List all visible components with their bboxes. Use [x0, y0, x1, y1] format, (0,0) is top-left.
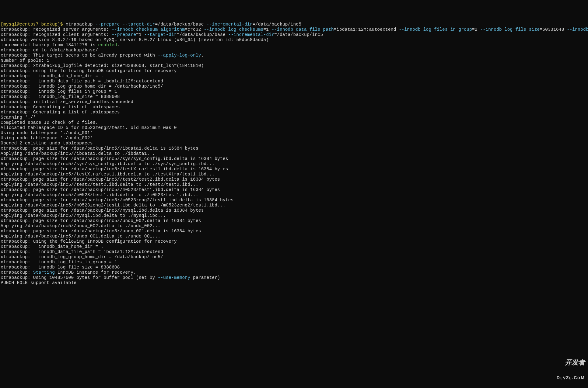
output-line: xtrabackup: Generating a list of tablesp…	[1, 105, 120, 109]
output-line: xtrabackup: This target seems to be alre…	[1, 53, 204, 58]
output-line: Scanning './'	[1, 115, 36, 120]
arg: --innodb_log_checksums	[204, 27, 264, 32]
output-line: xtrabackup: page size for /data/backup/i…	[1, 187, 220, 192]
val: =ibdata1:12M:autoextend	[334, 27, 399, 32]
output-line: xtrabackup: page size for /data/backup/i…	[1, 146, 198, 151]
output-line: xtrabackup: innodb_log_file_size = 83886…	[1, 94, 120, 99]
output-line: xtrabackup: Using 104857600 bytes for bu…	[1, 275, 220, 280]
client-args-line: xtrabackup: recognized client arguments:…	[1, 32, 323, 37]
output-line: Applying /data/backup/inc5//m0523zeng2/t…	[1, 203, 226, 208]
prompt-user-host: [mysql@centos7 backup]$	[1, 22, 66, 27]
watermark-logo: 开发者 DᴇᴠZᴇ.CᴏM	[557, 349, 585, 386]
val: =crc32	[185, 27, 204, 32]
val: =50331648	[540, 27, 567, 32]
output-line: PUNCH HOLE support available	[1, 280, 76, 285]
output-line: xtrabackup: using the following InnoDB c…	[1, 239, 180, 244]
output-line: xtrabackup: page size for /data/backup/i…	[1, 177, 220, 182]
starting-keyword: Starting	[33, 270, 55, 275]
output-line: Applying /data/backup/inc5//undo_001.del…	[1, 234, 160, 239]
output-line: Applying /data/backup/inc5//undo_002.del…	[1, 223, 160, 228]
val: =/data/backup/base	[177, 32, 228, 37]
command-name: xtrabackup	[66, 22, 96, 27]
option-value: =/data/backup/inc5	[253, 22, 301, 27]
output-line: xtrabackup: inititialize_service_handles…	[1, 99, 133, 104]
output-line: xtrabackup: innodb_data_file_path = ibda…	[1, 79, 163, 84]
output-line: Applying /data/backup/inc5//testXtra/tes…	[1, 172, 215, 177]
output-line: Applying /data/backup/inc5//ibdata1.delt…	[1, 151, 155, 156]
output-line: xtrabackup: cd to /data/backup/base/	[1, 48, 98, 53]
watermark-bottom: DᴇᴠZᴇ.CᴏM	[557, 375, 585, 380]
output-line: xtrabackup: innodb_data_home_dir = .	[1, 244, 103, 249]
prompt-line: [mysql@centos7 backup]$ xtrabackup --pre…	[1, 22, 301, 27]
output-line: xtrabackup: innodb_log_files_in_group = …	[1, 89, 117, 94]
output-line: xtrabackup: Starting InnoDB instance for…	[1, 270, 136, 275]
server-args-line: xtrabackup: recognized server arguments:…	[1, 27, 588, 32]
arg: --innodb_data_file_path	[271, 27, 334, 32]
output-line: Applying /data/backup/inc5//sys/sys_conf…	[1, 161, 215, 166]
output-line: xtrabackup: innodb_data_file_path = ibda…	[1, 249, 163, 254]
option-prepare-target: --prepare --target-dir	[96, 22, 155, 27]
arg: --innodb_log_file_size	[480, 27, 540, 32]
arg: --prepare	[112, 32, 136, 37]
arg: --innodb_page_size	[567, 27, 588, 32]
output-line: xtrabackup: page size for /data/backup/i…	[1, 218, 201, 223]
output-line: Applying /data/backup/inc5//m0523/test1.…	[1, 192, 198, 197]
terminal-output[interactable]: [mysql@centos7 backup]$ xtrabackup --pre…	[1, 22, 587, 286]
output-line: xtrabackup: using the following InnoDB c…	[1, 68, 180, 73]
output-line: xtrabackup: page size for /data/backup/i…	[1, 167, 228, 171]
option-value: =/data/backup/base	[155, 22, 206, 27]
arg: --incremental-dir	[228, 32, 274, 37]
option-incremental-dir: --incremental-dir	[207, 22, 253, 27]
output-line: Completed space ID check of 2 files.	[1, 120, 98, 125]
output-line: Using undo tablespace './undo_002'.	[1, 136, 96, 140]
output-line: xtrabackup: page size for /data/backup/i…	[1, 229, 201, 234]
output-line: xtrabackup: xtrabackup_logfile detected:…	[1, 63, 204, 68]
use-memory-option: --use-memory	[158, 275, 190, 280]
output-line: Number of pools: 1	[1, 58, 49, 63]
client-args-prefix: xtrabackup: recognized client arguments:	[1, 32, 112, 37]
output-line: Allocated tablespace ID 5 for m0523zeng2…	[1, 125, 177, 130]
server-args-prefix: xtrabackup: recognized server arguments:	[1, 27, 112, 32]
output-line: xtrabackup version 8.0.27-19 based on My…	[1, 37, 269, 42]
arg: --innodb_checksum_algorithm	[112, 27, 185, 32]
output-line: xtrabackup: page size for /data/backup/i…	[1, 198, 234, 203]
output-line: Applying /data/backup/inc5//mysql.ibd.de…	[1, 213, 166, 218]
arg: --innodb_log_files_in_group	[399, 27, 472, 32]
apply-log-only-option: --apply-log-only	[158, 53, 201, 58]
output-line: xtrabackup: Generating a list of tablesp…	[1, 110, 120, 115]
val: =1	[136, 32, 144, 37]
watermark-top: 开发者	[557, 360, 585, 365]
output-line: xtrabackup: innodb_data_home_dir = .	[1, 74, 103, 78]
output-line: xtrabackup: page size for /data/backup/i…	[1, 156, 228, 161]
output-line: Applying /data/backup/inc5//test2/test2.…	[1, 182, 198, 187]
enabled-keyword: enabled	[98, 43, 117, 47]
output-line: Opened 2 existing undo tablespaces.	[1, 141, 96, 146]
val: =2	[472, 27, 480, 32]
val: =1	[263, 27, 271, 32]
val: =/data/backup/inc5	[274, 32, 323, 37]
arg: --target-dir	[144, 32, 177, 37]
output-line: xtrabackup: innodb_log_group_home_dir = …	[1, 84, 163, 89]
output-line: incremental backup from 18411278 is enab…	[1, 43, 120, 47]
output-line: xtrabackup: innodb_log_group_home_dir = …	[1, 255, 163, 259]
output-line: Using undo tablespace './undo_001'.	[1, 130, 96, 135]
output-line: xtrabackup: innodb_log_files_in_group = …	[1, 260, 117, 265]
output-line: xtrabackup: innodb_log_file_size = 83886…	[1, 265, 120, 270]
output-line: xtrabackup: page size for /data/backup/i…	[1, 208, 204, 213]
